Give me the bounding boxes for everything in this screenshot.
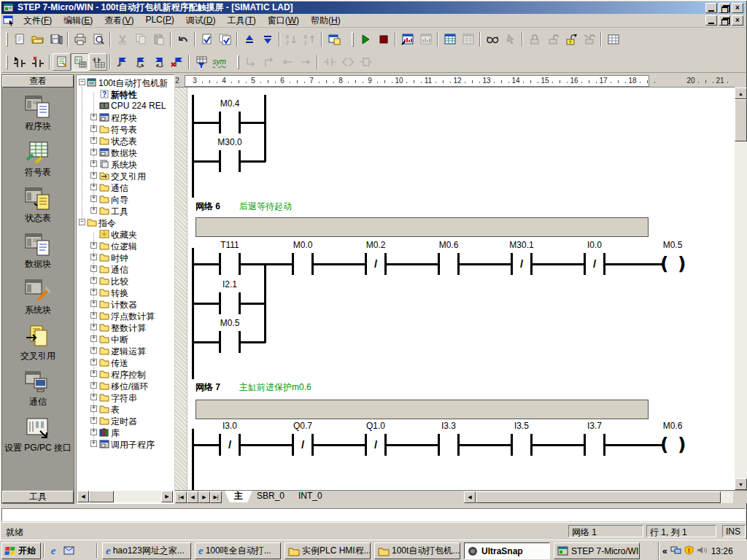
download-button[interactable]	[258, 31, 276, 48]
expand-icon[interactable]: +	[90, 277, 97, 284]
tree-item-program-control[interactable]: +程序控制	[77, 368, 174, 380]
tree-item-tools[interactable]: +工具	[77, 205, 174, 217]
expand-icon[interactable]: +	[90, 429, 97, 435]
taskbar-button-hao123[interactable]: ehao123网址之家...	[102, 542, 191, 559]
tree-item-clock[interactable]: +时钟	[77, 252, 174, 263]
security-shield-icon[interactable]: !	[684, 545, 694, 557]
tree-item-favorites[interactable]: 收藏夹	[77, 228, 174, 240]
expand-icon[interactable]: +	[90, 125, 97, 132]
expand-icon[interactable]: +	[90, 184, 97, 190]
ladder-editor-icon[interactable]	[3, 15, 16, 26]
expand-icon[interactable]: +	[90, 405, 97, 412]
compile-button[interactable]	[198, 31, 216, 48]
ladder-editor-canvas[interactable]: 网络 6后退等待起动网络 7主缸前进保护m0.6M0.4M30.0T111M0.…	[175, 88, 735, 490]
contact-M30.0[interactable]	[239, 150, 241, 172]
new-file-button[interactable]	[10, 31, 28, 48]
coil-M0.6[interactable]: )	[678, 435, 686, 455]
symbolic-addressing-button[interactable]: sym	[210, 53, 228, 71]
expand-icon[interactable]: +	[90, 382, 97, 389]
child-close-button[interactable]: ×	[732, 15, 743, 26]
print-button[interactable]	[71, 31, 89, 48]
clear-bookmarks-button[interactable]	[168, 53, 186, 71]
menu-edit[interactable]: 编辑(E)	[58, 13, 98, 28]
tree-item-interrupt[interactable]: +中断	[77, 333, 174, 345]
navbar-item-program-block[interactable]: 程序块	[2, 94, 74, 138]
tree-item-call-subroutines[interactable]: +调用子程序	[77, 438, 174, 450]
contact-I3.0[interactable]	[239, 434, 241, 456]
start-button[interactable]: 开始	[1, 542, 41, 559]
tree-item-counters[interactable]: +计数器	[77, 298, 174, 310]
collapse-icon[interactable]: −	[79, 79, 85, 85]
contact-I3.7[interactable]	[584, 434, 586, 456]
contact-M0.5[interactable]	[239, 331, 241, 353]
expand-icon[interactable]: +	[90, 289, 97, 295]
contact-M0.2[interactable]	[384, 253, 387, 275]
tree-item-timers[interactable]: +定时器	[77, 415, 174, 427]
child-minimize-button[interactable]	[705, 15, 717, 26]
restore-button[interactable]	[719, 3, 730, 13]
volume-icon[interactable]	[697, 545, 707, 557]
next-bookmark-button[interactable]	[131, 53, 150, 71]
taskbar-button-folder-plc-hmi[interactable]: 实例PLC HMI程...	[285, 542, 371, 559]
next-network-button[interactable]: ▶	[198, 491, 210, 503]
menu-window[interactable]: 窗口(W)	[262, 13, 305, 28]
contact-M0.2[interactable]	[365, 253, 367, 275]
tree-item-libraries[interactable]: +库	[77, 427, 174, 438]
expand-icon[interactable]: +	[90, 440, 97, 447]
single-read-button[interactable]	[483, 31, 501, 48]
contact-M0.4[interactable]	[239, 112, 241, 133]
delete-network-button[interactable]	[28, 53, 47, 71]
contact-M0.6[interactable]	[438, 253, 440, 275]
network-icon[interactable]	[670, 545, 681, 557]
tree-item-wizards[interactable]: +向导	[77, 193, 174, 205]
taskbar-button-step7[interactable]: STEP 7-Micro/WI...	[554, 542, 640, 559]
tree-item-bit-logic[interactable]: +位逻辑	[77, 240, 174, 252]
expand-icon[interactable]: +	[90, 417, 97, 424]
contact-I3.5[interactable]	[511, 434, 513, 456]
contact-T111[interactable]	[219, 253, 221, 275]
menu-view[interactable]: 查看(V)	[98, 13, 139, 28]
navbar-item-data-block[interactable]: 数据块	[2, 232, 74, 276]
contact-I3.3[interactable]	[457, 434, 460, 456]
navbar-item-symbol-table[interactable]: 符号表	[2, 140, 74, 184]
print-preview-button[interactable]	[89, 31, 107, 48]
tree-item-cpu-224[interactable]: CPU 224 REL	[77, 100, 174, 112]
scroll-right-icon[interactable]: ▶	[161, 491, 173, 502]
view-lad-button[interactable]	[71, 53, 89, 71]
menu-plc[interactable]: PLC(P)	[139, 13, 179, 28]
previous-bookmark-button[interactable]	[150, 53, 168, 71]
tree-item-shift-rotate[interactable]: +移位/循环	[77, 380, 174, 392]
tab-scroll-track[interactable]	[721, 491, 733, 503]
expand-icon[interactable]: +	[90, 394, 97, 400]
menu-tools[interactable]: 工具(T)	[221, 13, 261, 28]
expand-icon[interactable]: +	[90, 312, 97, 319]
tree-item-convert[interactable]: +转换	[77, 287, 174, 298]
expand-icon[interactable]: +	[90, 172, 97, 179]
expand-icon[interactable]: +	[90, 114, 97, 120]
expand-icon[interactable]: +	[90, 324, 97, 330]
tab-scroll-left-icon[interactable]: ◀	[464, 491, 476, 503]
program-status-button[interactable]	[398, 31, 417, 48]
tree-item-string[interactable]: +字符串	[77, 392, 174, 403]
chart-status-button[interactable]	[441, 31, 459, 48]
tree-horizontal-scrollbar[interactable]: ◀▶	[77, 491, 173, 502]
navbar-view-header[interactable]: 查看	[2, 75, 74, 88]
toolbar-grip[interactable]	[352, 32, 354, 47]
undo-button[interactable]	[174, 31, 192, 48]
tree-scroll-thumb[interactable]	[89, 491, 114, 502]
network-comment-box[interactable]	[196, 217, 649, 237]
toggle-bookmark-button[interactable]	[113, 53, 131, 71]
insert-network-button[interactable]	[10, 53, 28, 71]
tree-scroll-track[interactable]	[114, 491, 161, 502]
expand-icon[interactable]: +	[90, 335, 97, 342]
contact-Q0.7[interactable]	[292, 434, 294, 456]
read-all-forced-button[interactable]: T	[562, 31, 580, 48]
expand-icon[interactable]: +	[90, 160, 97, 167]
save-all-button[interactable]	[47, 31, 65, 48]
internet-explorer-icon[interactable]: e	[47, 544, 60, 557]
tree-item-project-root[interactable]: −100t自动打包机新	[77, 77, 174, 88]
toolbar-grip[interactable]	[6, 55, 8, 69]
tree-item-compare[interactable]: +比较	[77, 275, 174, 287]
navbar-tools-footer[interactable]: 工具	[2, 491, 74, 503]
title-bar[interactable]: STEP 7-Micro/WIN - 100t自动打包机新程序配触摸屏 - [S…	[1, 1, 746, 14]
